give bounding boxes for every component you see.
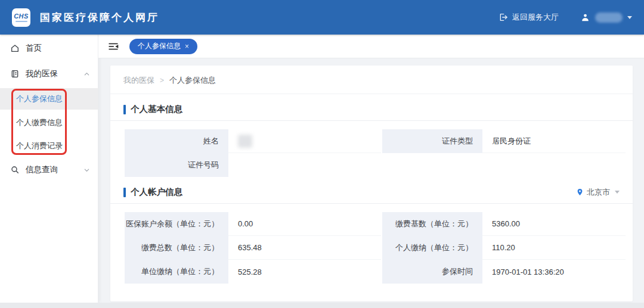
payment-base-value: 5360.00 (482, 212, 626, 236)
sidebar-item-my-insurance[interactable]: 我的医保 (0, 63, 98, 85)
account-info-table: 医保账户余额（单位：元） 0.00 缴费基数（单位：元） 5360.00 缴费总… (123, 212, 626, 284)
content-card: 我的医保 > 个人参保信息 个人基本信息 姓名 证件类型 居民身份证 证件号码 (110, 66, 633, 301)
username-redacted (595, 13, 623, 23)
tab-personal-insurance-info[interactable]: 个人参保信息 × (129, 39, 197, 54)
sidebar-subitem-consumption-records[interactable]: 个人消费记录 (0, 135, 98, 157)
chs-logo-text: CHS (14, 13, 29, 20)
breadcrumb-separator: > (160, 76, 164, 85)
sidebar-item-label: 首页 (26, 43, 42, 54)
divider (110, 203, 633, 204)
chs-logo: CHS (12, 8, 30, 27)
sidebar-subitem-label: 个人缴费信息 (16, 117, 63, 128)
balance-value: 0.00 (228, 212, 381, 236)
page-bottom-edge (0, 303, 644, 308)
total-payment-label: 缴费总数（单位：元） (123, 236, 228, 260)
employer-payment-value: 525.28 (228, 260, 381, 284)
breadcrumb-parent[interactable]: 我的医保 (123, 75, 154, 86)
sidebar-item-info-query[interactable]: 信息查询 (0, 159, 98, 181)
breadcrumb: 我的医保 > 个人参保信息 (110, 66, 633, 94)
chs-logo-subtext (16, 21, 27, 22)
chevron-up-icon (83, 71, 90, 77)
payment-base-label: 缴费基数（单位：元） (381, 212, 482, 236)
location-pin-icon (576, 188, 584, 197)
id-number-label: 证件号码 (123, 153, 228, 177)
id-type-label: 证件类型 (381, 129, 482, 153)
region-caret-icon (615, 191, 620, 194)
sidebar-item-home[interactable]: 首页 (0, 38, 98, 59)
sidebar-item-label: 我的医保 (26, 69, 58, 79)
region-selector[interactable]: 北京市 (576, 187, 620, 198)
top-header: CHS 国家医疗保障个人网厅 返回服务大厅 (0, 0, 644, 35)
id-number-value (228, 153, 626, 177)
account-info-title: 个人帐户信息 (131, 186, 182, 198)
breadcrumb-current: 个人参保信息 (169, 75, 216, 86)
basic-info-section-header: 个人基本信息 (110, 94, 633, 120)
basic-info-table: 姓名 证件类型 居民身份证 证件号码 (123, 129, 626, 177)
sidebar-subitem-payment-info[interactable]: 个人缴费信息 (0, 112, 98, 133)
divider (110, 120, 633, 121)
balance-label: 医保账户余额（单位：元） (123, 212, 228, 236)
basic-info-title: 个人基本信息 (131, 104, 182, 115)
app-title: 国家医疗保障个人网厅 (40, 11, 159, 24)
section-bar-icon (123, 105, 126, 114)
name-value-redacted (238, 135, 252, 148)
total-payment-value: 635.48 (228, 236, 381, 260)
account-info-section-header: 个人帐户信息 北京市 (110, 177, 633, 203)
main-content: 我的医保 > 个人参保信息 个人基本信息 姓名 证件类型 居民身份证 证件号码 (98, 58, 644, 308)
user-caret-icon (627, 16, 632, 19)
sidebar: 首页 我的医保 个人参保信息 个人缴费信息 个人消费 (0, 35, 98, 303)
enrollment-time-value: 1970-01-01 13:36:20 (482, 260, 626, 284)
collapse-sidebar-icon[interactable] (107, 40, 120, 53)
section-bar-icon (123, 188, 126, 197)
sidebar-item-label: 信息查询 (26, 164, 58, 175)
id-type-value: 居民身份证 (482, 129, 626, 153)
enrollment-time-label: 参保时间 (381, 260, 482, 284)
exit-hall-icon (499, 13, 508, 22)
region-name: 北京市 (587, 187, 610, 198)
name-label: 姓名 (123, 129, 228, 153)
tab-strip: 个人参保信息 × (98, 35, 644, 58)
personal-payment-label: 个人缴纳（单位：元） (381, 236, 482, 260)
sidebar-subitem-label: 个人消费记录 (16, 141, 63, 151)
chevron-down-icon (83, 167, 90, 173)
search-icon (10, 165, 20, 175)
name-value (228, 129, 381, 153)
home-icon (10, 43, 20, 53)
user-icon (580, 13, 590, 23)
insurance-doc-icon (10, 69, 20, 79)
employer-payment-label: 单位缴纳（单位：元） (123, 260, 228, 284)
return-hall-label: 返回服务大厅 (512, 12, 559, 23)
return-hall-button[interactable]: 返回服务大厅 (499, 12, 559, 23)
personal-payment-value: 110.20 (482, 236, 626, 260)
sidebar-subitem-label: 个人参保信息 (16, 94, 63, 104)
tab-close-icon[interactable]: × (185, 43, 189, 50)
header-actions: 返回服务大厅 (499, 12, 632, 23)
user-menu[interactable] (580, 13, 632, 23)
tab-label: 个人参保信息 (138, 41, 181, 51)
sidebar-subitem-insurance-info[interactable]: 个人参保信息 (0, 88, 98, 110)
app-window: CHS 国家医疗保障个人网厅 返回服务大厅 (0, 0, 644, 308)
